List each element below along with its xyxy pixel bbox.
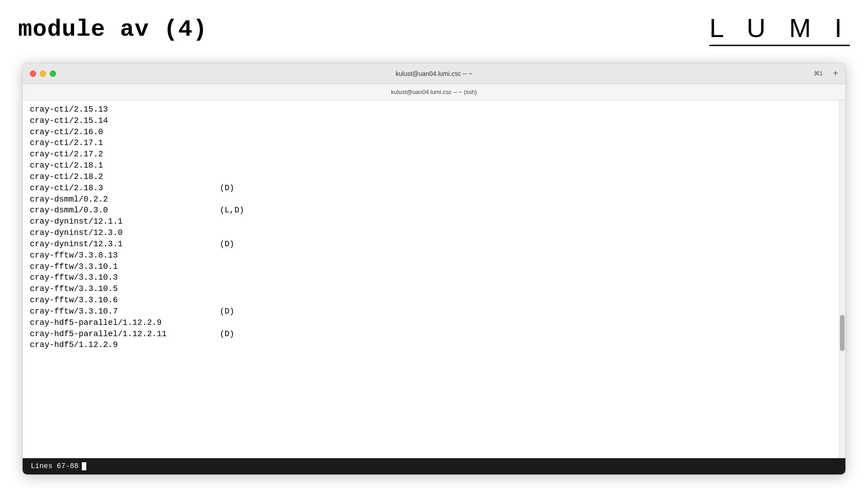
module-name: cray-fftw/3.3.10.6 [30,295,220,306]
lumi-logo: L U M I [709,13,850,46]
module-name: cray-dsmml/0.2.2 [30,194,220,205]
module-name: cray-cti/2.18.2 [30,171,220,183]
title-bar: kulust@uan04.lumi.csc -- ~ ⌘1 + [23,63,845,84]
terminal-line: cray-hdf5/1.12.2.9 [30,339,838,351]
terminal-line: cray-dyninst/12.1.1 [30,216,838,227]
status-bar: Lines 67-88 [23,458,845,474]
terminal-line: cray-cti/2.18.2 [30,171,838,183]
terminal-line: cray-cti/2.15.14 [30,115,838,127]
module-flag: (L,D) [220,205,244,216]
module-flag: (D) [220,306,234,317]
module-flag: (D) [220,183,234,194]
module-name: cray-fftw/3.3.10.7 [30,306,220,317]
module-name: cray-cti/2.17.1 [30,137,220,149]
add-tab-button[interactable]: + [833,68,838,79]
terminal-shortcut2: ⌘1 [814,70,823,77]
module-name: cray-hdf5-parallel/1.12.2.9 [30,317,220,328]
subtitle-bar: kulust@uan04.lumi.csc -- ~ (ssh) [23,84,845,100]
status-text: Lines 67-88 [28,461,81,471]
module-name: cray-cti/2.15.13 [30,104,220,115]
terminal-line: cray-fftw/3.3.10.1 [30,261,838,272]
close-button[interactable] [30,70,36,77]
page-title: module av (4) [18,16,208,43]
minimize-button[interactable] [40,70,46,77]
scrollbar-track[interactable] [839,100,845,458]
module-name: cray-cti/2.15.14 [30,115,220,127]
terminal-line: cray-cti/2.18.1 [30,160,838,171]
terminal-line: cray-hdf5-parallel/1.12.2.11(D) [30,328,838,340]
terminal-line: cray-cti/2.18.3(D) [30,183,838,194]
maximize-button[interactable] [50,70,56,77]
module-name: cray-cti/2.17.2 [30,149,220,160]
module-name: cray-cti/2.18.3 [30,183,220,194]
module-name: cray-fftw/3.3.8.13 [30,250,220,261]
terminal-content[interactable]: cray-cti/2.15.13cray-cti/2.15.14cray-cti… [23,100,845,458]
scrollbar-thumb[interactable] [840,315,844,351]
terminal-line: cray-cti/2.17.1 [30,137,838,149]
terminal-line: cray-dyninst/12.3.0 [30,227,838,239]
terminal-line: cray-fftw/3.3.10.7(D) [30,306,838,317]
terminal-line: cray-fftw/3.3.10.3 [30,272,838,283]
terminal-line: cray-cti/2.15.13 [30,104,838,115]
module-name: cray-hdf5-parallel/1.12.2.11 [30,328,220,340]
terminal-line: cray-dsmml/0.2.2 [30,194,838,205]
module-name: cray-dsmml/0.3.0 [30,205,220,216]
terminal-line: cray-cti/2.16.0 [30,127,838,138]
subtitle-text: kulust@uan04.lumi.csc -- ~ (ssh) [391,89,477,95]
traffic-lights [30,70,56,77]
module-flag: (D) [220,239,234,250]
terminal-line: cray-hdf5-parallel/1.12.2.9 [30,317,838,328]
module-name: cray-fftw/3.3.10.1 [30,261,220,272]
module-name: cray-hdf5/1.12.2.9 [30,339,220,351]
terminal-line: cray-fftw/3.3.10.6 [30,295,838,306]
module-name: cray-dyninst/12.3.0 [30,227,220,239]
terminal-line: cray-dyninst/12.3.1(D) [30,239,838,250]
terminal-line: cray-fftw/3.3.10.5 [30,283,838,295]
terminal-line: cray-dsmml/0.3.0(L,D) [30,205,838,216]
module-flag: (D) [220,328,234,340]
terminal-line: cray-cti/2.17.2 [30,149,838,160]
terminal-window: kulust@uan04.lumi.csc -- ~ ⌘1 + kulust@u… [23,63,845,474]
page-header: module av (4) L U M I [0,0,868,59]
terminal-lines: cray-cti/2.15.13cray-cti/2.15.14cray-cti… [23,104,845,351]
module-name: cray-dyninst/12.3.1 [30,239,220,250]
module-name: cray-dyninst/12.1.1 [30,216,220,227]
module-name: cray-cti/2.16.0 [30,127,220,138]
module-name: cray-fftw/3.3.10.3 [30,272,220,283]
module-name: cray-cti/2.18.1 [30,160,220,171]
module-name: cray-fftw/3.3.10.5 [30,283,220,295]
cursor [82,462,86,470]
terminal-line: cray-fftw/3.3.8.13 [30,250,838,261]
terminal-title: kulust@uan04.lumi.csc -- ~ [396,70,472,77]
